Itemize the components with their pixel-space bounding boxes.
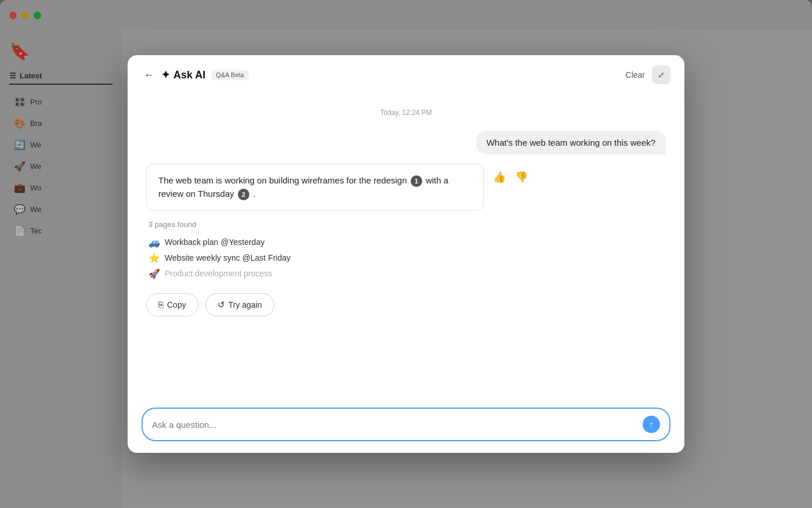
user-bubble: What's the web team working on this week… [476, 131, 666, 154]
page-link-workback[interactable]: 🚙 Workback plan @Yesterday [148, 235, 664, 250]
modal-header: ← ✦ Ask AI Q&A Beta Clear ⤢ [128, 55, 684, 95]
modal-title: Ask AI [173, 69, 205, 81]
ai-response-suffix: . [253, 189, 255, 199]
feedback-buttons: 👍 👎 [491, 168, 530, 186]
back-button[interactable]: ← [142, 67, 157, 84]
back-arrow-icon: ← [144, 69, 154, 81]
send-icon: ↑ [650, 420, 654, 429]
page-link-product-dev[interactable]: 🚀 Product development process [148, 266, 664, 282]
collapse-icon: ⤢ [658, 70, 665, 80]
send-button[interactable]: ↑ [643, 416, 660, 433]
modal-overlay: ← ✦ Ask AI Q&A Beta Clear ⤢ Today, 12:24… [0, 0, 812, 508]
page-link-website-sync[interactable]: ⭐ Website weekly sync @Last Friday [148, 250, 664, 266]
try-again-label: Try again [229, 300, 262, 309]
workback-label: Workback plan @Yesterday [165, 237, 264, 247]
workback-emoji: 🚙 [148, 237, 160, 248]
modal-title-group: ✦ Ask AI Q&A Beta [161, 69, 249, 81]
modal-input-area: ↑ [128, 398, 684, 453]
copy-label: Copy [167, 300, 186, 309]
ask-input[interactable] [152, 420, 643, 430]
ai-response-container: The web team is working on building wire… [146, 164, 666, 211]
ai-response-prefix: The web team is working on building wire… [158, 175, 407, 185]
user-message-container: What's the web team working on this week… [146, 131, 666, 154]
copy-button[interactable]: ⎘ Copy [146, 293, 198, 316]
thumbs-down-button[interactable]: 👎 [513, 168, 530, 186]
website-sync-label: Website weekly sync @Last Friday [165, 253, 291, 262]
try-again-button[interactable]: ↺ Try again [205, 293, 274, 316]
ai-bubble: The web team is working on building wire… [146, 164, 484, 211]
pages-count: 3 pages found [148, 220, 664, 229]
thumbs-down-icon: 👎 [515, 171, 528, 183]
thumbs-up-icon: 👍 [493, 171, 506, 183]
window-frame: 🔖 ☰ Latest 🎛️ Pro 🎨 Bra 🔄 We 🚀 We [0, 0, 812, 508]
citation-badge-1[interactable]: 1 [411, 175, 422, 187]
beta-badge: Q&A Beta [211, 70, 248, 80]
action-buttons: ⎘ Copy ↺ Try again [146, 291, 666, 319]
citation-badge-2[interactable]: 2 [238, 189, 249, 200]
website-sync-emoji: ⭐ [148, 253, 160, 264]
refresh-icon: ↺ [217, 300, 225, 310]
modal-body: Today, 12:24 PM What's the web team work… [128, 95, 684, 398]
input-wrapper: ↑ [142, 408, 670, 441]
copy-icon: ⎘ [158, 300, 164, 309]
thumbs-up-button[interactable]: 👍 [491, 168, 508, 186]
product-dev-emoji: 🚀 [148, 268, 160, 279]
product-dev-label: Product development process [165, 269, 272, 278]
pages-section: 3 pages found 🚙 Workback plan @Yesterday… [146, 220, 666, 282]
conversation-timestamp: Today, 12:24 PM [146, 109, 666, 117]
collapse-button[interactable]: ⤢ [652, 66, 670, 84]
ask-ai-modal: ← ✦ Ask AI Q&A Beta Clear ⤢ Today, 12:24… [128, 55, 684, 453]
clear-button[interactable]: Clear [626, 70, 645, 80]
sparkle-icon: ✦ [161, 69, 170, 81]
